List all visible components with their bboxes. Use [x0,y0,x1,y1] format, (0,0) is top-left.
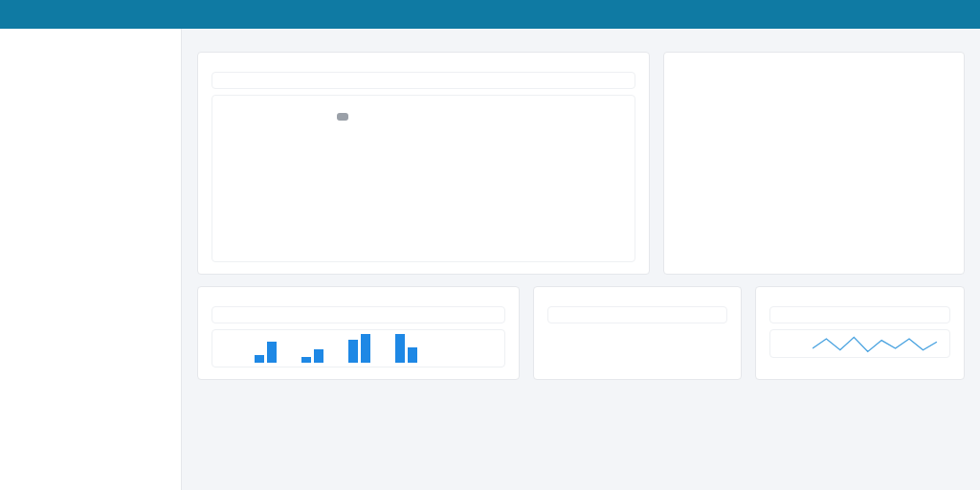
expenses-donut [678,72,879,254]
driving-stats [212,306,505,323]
driving-card [197,286,520,380]
revenue-card [197,52,650,275]
driving-chart [212,329,505,368]
revenue-stats [212,72,635,89]
page-header [0,0,980,29]
idle-stats [547,306,728,323]
expenses-card [663,52,965,275]
fuel-stats [769,306,950,323]
revenue-chart [212,95,635,262]
sidebar [0,29,182,490]
fuel-chart [769,329,950,358]
chart-tooltip [337,113,348,121]
fuel-card [755,286,965,380]
idle-card [533,286,743,380]
main-content [182,29,980,490]
